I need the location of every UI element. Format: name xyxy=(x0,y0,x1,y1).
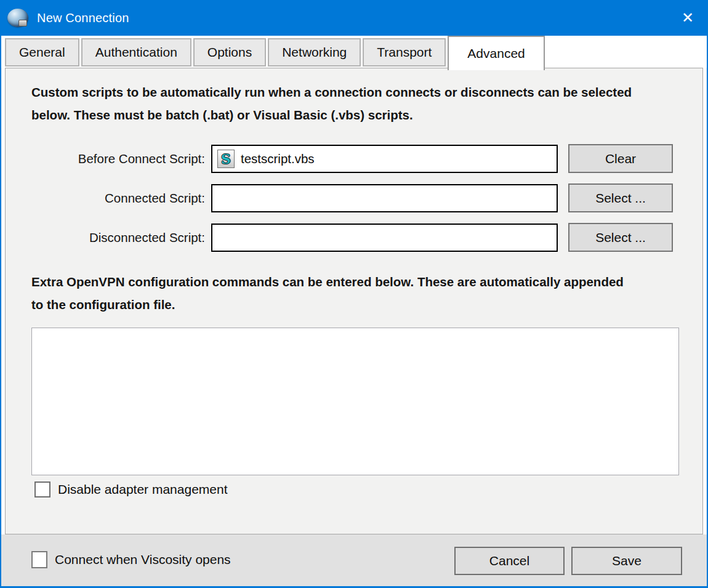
close-icon[interactable]: ✕ xyxy=(669,0,707,36)
dialog-footer: Connect when Viscosity opens Cancel Save xyxy=(1,534,707,586)
connected-script-field[interactable] xyxy=(211,184,558,212)
connected-select-button[interactable]: Select ... xyxy=(568,183,673,212)
connected-script-input[interactable] xyxy=(217,185,552,211)
window-title: New Connection xyxy=(37,11,129,25)
tab-networking[interactable]: Networking xyxy=(268,38,361,66)
tab-strip: General Authentication Options Networkin… xyxy=(1,36,707,68)
new-connection-dialog: New Connection ✕ General Authentication … xyxy=(0,0,708,588)
connected-script-label: Connected Script: xyxy=(6,184,205,212)
title-bar: New Connection ✕ xyxy=(1,0,707,36)
before-connect-script-field[interactable]: S testscript.vbs xyxy=(211,145,558,173)
disconnected-select-button[interactable]: Select ... xyxy=(568,223,673,252)
cancel-button[interactable]: Cancel xyxy=(454,547,565,575)
tab-authentication[interactable]: Authentication xyxy=(81,38,191,66)
connect-when-opens-label: Connect when Viscosity opens xyxy=(55,552,231,567)
tab-general[interactable]: General xyxy=(5,38,79,66)
clear-button[interactable]: Clear xyxy=(568,144,673,173)
scripts-description-text: Custom scripts to be automatically run w… xyxy=(31,81,666,126)
before-connect-script-value: testscript.vbs xyxy=(241,151,315,166)
tab-advanced[interactable]: Advanced xyxy=(448,36,544,70)
viscosity-globe-lock-icon xyxy=(7,9,28,27)
before-connect-script-label: Before Connect Script: xyxy=(6,145,205,173)
disable-adapter-checkbox[interactable] xyxy=(34,481,50,497)
tab-transport[interactable]: Transport xyxy=(363,38,446,66)
disconnected-script-label: Disconnected Script: xyxy=(6,224,205,252)
vbs-script-file-icon: S xyxy=(217,150,235,168)
disable-adapter-label: Disable adapter management xyxy=(58,482,228,497)
save-button[interactable]: Save xyxy=(571,547,682,575)
tab-options[interactable]: Options xyxy=(193,38,266,66)
extra-openvpn-commands-textarea[interactable] xyxy=(31,328,679,475)
connect-when-opens-option[interactable]: Connect when Viscosity opens xyxy=(31,551,231,568)
connect-when-opens-checkbox[interactable] xyxy=(31,551,47,568)
openvpn-commands-description-text: Extra OpenVPN configuration commands can… xyxy=(31,270,635,316)
advanced-tab-panel: Custom scripts to be automatically run w… xyxy=(5,68,703,534)
disconnected-script-field[interactable] xyxy=(211,224,558,252)
disconnected-script-input[interactable] xyxy=(217,225,552,251)
disable-adapter-management-option[interactable]: Disable adapter management xyxy=(34,481,228,497)
